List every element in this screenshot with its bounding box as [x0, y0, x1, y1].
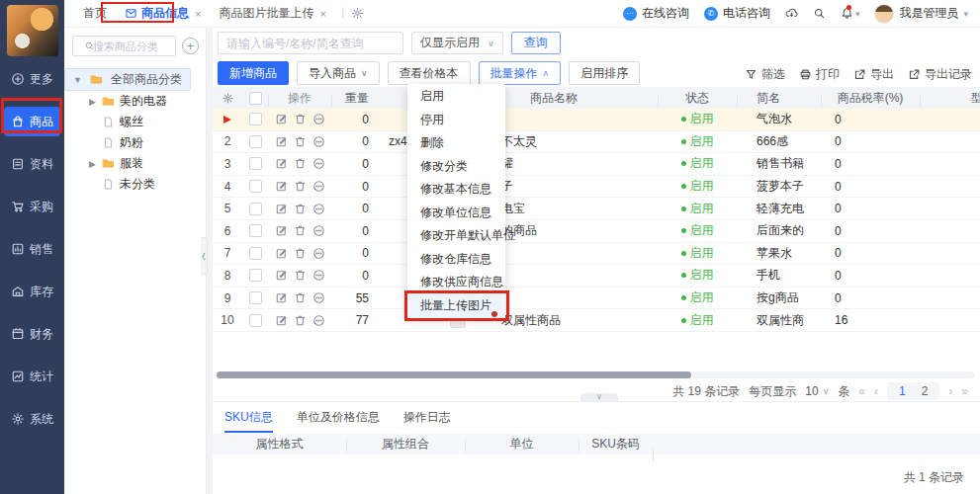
edit-icon[interactable] — [275, 269, 288, 282]
more-icon[interactable] — [312, 291, 325, 304]
delete-icon[interactable] — [294, 247, 307, 260]
first-page-button[interactable]: « — [858, 384, 865, 398]
keyword-search-input[interactable] — [218, 32, 403, 54]
bottom-tab-0[interactable]: SKU信息 — [224, 409, 273, 433]
row-checkbox[interactable] — [249, 135, 262, 148]
view-price-book-button[interactable]: 查看价格本 — [388, 61, 471, 85]
sidebar-item-finance[interactable]: 财务 — [4, 319, 60, 349]
bulk-menu-item-edit-category[interactable]: 修改分类 — [407, 155, 505, 179]
tree-collapse-handle[interactable]: ❮ — [201, 237, 208, 275]
next-page-button[interactable]: › — [948, 384, 952, 398]
more-icon[interactable] — [312, 180, 325, 193]
table-row[interactable]: 955启用按g商品0 — [213, 288, 980, 310]
delete-icon[interactable] — [294, 180, 307, 193]
delete-icon[interactable] — [294, 224, 307, 237]
table-row[interactable]: 30罐启用销售书籍0 — [213, 153, 980, 176]
bulk-menu-item-edit-warehouse-info[interactable]: 修改仓库信息 — [407, 248, 505, 272]
last-page-button[interactable]: » — [961, 384, 968, 398]
tree-node-2[interactable]: 螺丝 — [64, 112, 206, 132]
row-checkbox[interactable] — [249, 291, 262, 304]
enable-sort-button[interactable]: 启用排序 — [569, 61, 640, 85]
caret-right-icon[interactable]: ▶ — [88, 159, 97, 169]
edit-icon[interactable] — [275, 157, 288, 170]
export-button[interactable]: 导出 — [853, 66, 894, 83]
online-consult-link[interactable]: ··· 在线咨询 — [623, 5, 689, 22]
delete-icon[interactable] — [294, 269, 307, 282]
edit-icon[interactable] — [275, 203, 288, 215]
tab-product-info[interactable]: 商品信息× — [116, 0, 210, 28]
table-row[interactable]: 50电宝启用轻薄充电0 — [213, 198, 980, 220]
sidebar-item-sales[interactable]: 销售 — [4, 234, 60, 264]
tab-image-batch-upload[interactable]: 商品图片批量上传× — [210, 0, 334, 28]
delete-icon[interactable] — [294, 135, 307, 148]
close-icon[interactable]: × — [319, 8, 325, 20]
row-checkbox[interactable] — [249, 247, 262, 260]
status-filter-select[interactable]: 仅显示启用 ∨ — [411, 32, 503, 54]
bulk-menu-item-disable[interactable]: 停用 — [407, 109, 505, 132]
bulk-menu-item-delete[interactable]: 删除 — [407, 131, 505, 155]
table-settings-gear-icon[interactable] — [213, 92, 242, 105]
edit-icon[interactable] — [275, 113, 288, 125]
sidebar-item-purchase[interactable]: 采购 — [4, 192, 60, 221]
table-row[interactable]: 80启用手机0 — [213, 265, 980, 288]
bottom-tab-2[interactable]: 操作日志 — [403, 409, 451, 433]
page-button-1[interactable]: 1 — [899, 384, 906, 398]
add-product-button[interactable]: 新增商品 — [218, 61, 289, 85]
bulk-menu-item-edit-basic-info[interactable]: 修改基本信息 — [407, 178, 505, 202]
edit-icon[interactable] — [275, 291, 288, 304]
phone-consult-link[interactable]: ✆ 电话咨询 — [704, 5, 770, 22]
tabs-settings-gear-icon[interactable] — [351, 7, 364, 20]
row-checkbox[interactable] — [249, 113, 262, 125]
more-icon[interactable] — [312, 135, 325, 148]
row-checkbox[interactable] — [249, 269, 262, 282]
table-row[interactable]: 0启用气泡水0 — [213, 109, 980, 131]
panel-collapse-handle[interactable]: ∨ — [580, 393, 618, 402]
select-all-checkbox[interactable] — [249, 92, 262, 105]
page-button-2[interactable]: 2 — [922, 384, 929, 398]
row-checkbox[interactable] — [249, 203, 262, 215]
row-checkbox[interactable] — [249, 180, 262, 193]
edit-icon[interactable] — [275, 247, 288, 260]
edit-icon[interactable] — [275, 314, 288, 327]
tree-node-0[interactable]: ▼全部商品分类 — [64, 68, 191, 91]
more-icon[interactable] — [312, 113, 325, 125]
tree-node-5[interactable]: 未分类 — [64, 174, 206, 195]
tree-node-1[interactable]: ▶美的电器 — [64, 91, 206, 112]
close-icon[interactable]: × — [195, 8, 201, 20]
edit-icon[interactable] — [275, 180, 288, 193]
table-row[interactable]: 20zx45不太灵启用666感0 — [213, 131, 980, 154]
edit-icon[interactable] — [275, 224, 288, 237]
caret-right-icon[interactable]: ▶ — [88, 97, 97, 107]
row-checkbox[interactable] — [249, 314, 262, 327]
tab-home[interactable]: 首页 — [74, 0, 116, 28]
row-checkbox[interactable] — [249, 224, 262, 237]
bulk-menu-item-edit-unit-info[interactable]: 修改单位信息 — [407, 202, 505, 225]
delete-icon[interactable] — [294, 314, 307, 327]
user-menu[interactable]: 我是管理员 ▾ — [874, 4, 968, 24]
bulk-menu-item-edit-default-unit[interactable]: 修改开单默认单位 — [407, 224, 505, 248]
table-row[interactable]: 60的商品启用后面来的0 — [213, 220, 980, 243]
export-log-button[interactable]: 导出记录 — [908, 66, 972, 83]
sidebar-item-goods[interactable]: 商品 — [4, 107, 60, 136]
print-button[interactable]: 打印 — [799, 66, 840, 83]
query-button[interactable]: 查询 — [511, 32, 561, 54]
bottom-tab-1[interactable]: 单位及价格信息 — [297, 409, 380, 433]
table-row[interactable]: 1077双属性商品启用双属性商16 — [213, 309, 980, 332]
delete-icon[interactable] — [294, 291, 307, 304]
more-icon[interactable] — [312, 269, 325, 282]
scrollbar-thumb[interactable] — [217, 371, 691, 378]
tree-node-4[interactable]: ▶服装 — [64, 153, 206, 174]
more-icon[interactable] — [312, 224, 325, 237]
prev-page-button[interactable]: ‹ — [874, 384, 878, 398]
delete-icon[interactable] — [294, 157, 307, 170]
add-category-button[interactable]: + — [182, 38, 199, 54]
bulk-actions-button[interactable]: 批量操作∧ — [479, 61, 562, 85]
bulk-menu-item-enable[interactable]: 启用 — [407, 85, 505, 109]
more-icon[interactable] — [312, 314, 325, 327]
sidebar-item-data[interactable]: 资料 — [4, 149, 60, 179]
app-logo[interactable] — [7, 5, 58, 56]
cloud-download-icon[interactable] — [785, 7, 798, 20]
more-icon[interactable] — [312, 157, 325, 170]
sidebar-item-stats[interactable]: 统计 — [4, 362, 60, 391]
sidebar-item-inventory[interactable]: 库存 — [4, 277, 60, 306]
